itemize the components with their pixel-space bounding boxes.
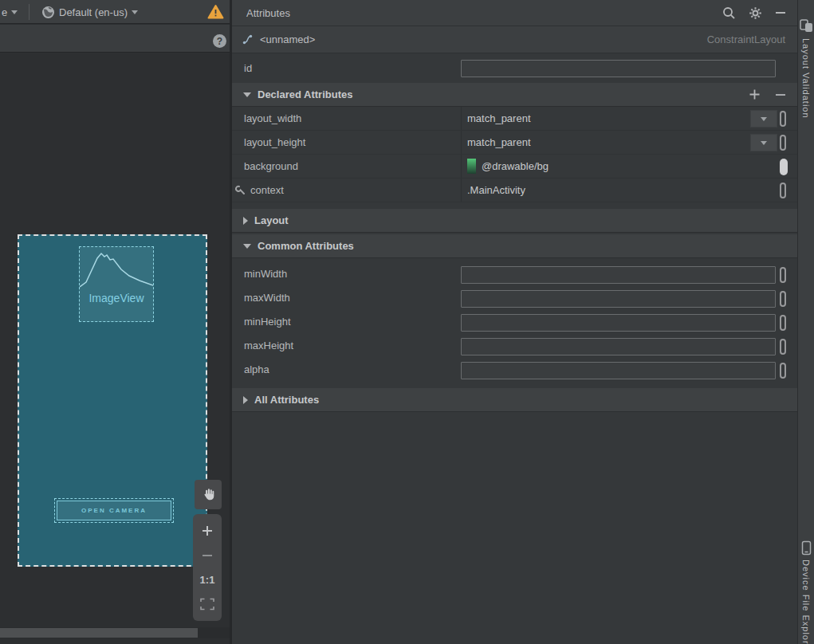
resource-picker-indicator[interactable] — [780, 159, 788, 175]
collapse-arrow-icon — [243, 92, 251, 97]
search-icon[interactable] — [722, 6, 736, 20]
attribute-name: alpha — [232, 363, 269, 375]
attribute-name: minWidth — [232, 268, 287, 280]
attribute-name: background — [232, 160, 298, 172]
component-type: ConstraintLayout — [707, 33, 785, 45]
id-attribute-row: id — [232, 53, 797, 83]
layout-section-title: Layout — [254, 214, 289, 226]
column-divider — [461, 179, 462, 202]
resource-picker-indicator[interactable] — [780, 339, 786, 355]
column-divider — [461, 155, 462, 178]
dropdown-button[interactable] — [750, 110, 777, 128]
attribute-value: @drawable/bg — [482, 160, 549, 172]
attribute-name: layout_width — [232, 112, 301, 124]
dropdown-button[interactable] — [750, 134, 777, 151]
pan-tool-button[interactable] — [195, 480, 222, 509]
column-divider — [461, 107, 462, 130]
imageview-widget[interactable]: ImageView — [79, 246, 154, 322]
attribute-row-layout-width[interactable]: layout_width match_parent — [232, 107, 797, 131]
attribute-row-maxwidth: maxWidth — [232, 287, 797, 311]
chevron-down-icon — [11, 10, 18, 14]
attribute-row-background[interactable]: background @drawable/bg — [232, 155, 797, 179]
remove-attribute-icon[interactable] — [775, 89, 786, 100]
chevron-down-icon — [761, 141, 767, 145]
locale-selector-label: Default (en-us) — [59, 6, 128, 18]
declared-attributes-header[interactable]: Declared Attributes — [232, 83, 797, 107]
resource-picker-indicator[interactable] — [780, 363, 786, 379]
device-preview[interactable]: ImageView OPEN CAMERA — [18, 234, 207, 567]
minheight-input[interactable] — [461, 314, 776, 332]
attributes-panel: Attributes — [232, 0, 797, 644]
device-selector-label: e — [2, 6, 7, 18]
horizontal-scrollbar[interactable] — [0, 627, 230, 638]
attribute-value-group[interactable]: @drawable/bg — [467, 159, 549, 174]
attribute-value[interactable]: match_parent — [467, 112, 531, 124]
selected-component-row[interactable]: <unnamed> ConstraintLayout — [232, 26, 797, 53]
all-attributes-header[interactable]: All Attributes — [232, 388, 797, 412]
resource-picker-indicator[interactable] — [780, 111, 786, 127]
expand-arrow-icon — [243, 396, 248, 404]
toolbar-divider — [29, 4, 29, 20]
attribute-row-context[interactable]: context .MainActivity — [232, 179, 797, 202]
open-camera-button[interactable]: OPEN CAMERA — [54, 498, 174, 523]
attribute-row-minheight: minHeight — [232, 311, 797, 335]
attribute-value[interactable]: .MainActivity — [467, 184, 525, 196]
hide-panel-icon[interactable] — [775, 7, 786, 18]
locale-selector-dropdown[interactable]: Default (en-us) — [41, 2, 138, 22]
attribute-name: layout_height — [232, 136, 305, 148]
zoom-in-icon[interactable] — [201, 524, 214, 537]
all-attributes-title: All Attributes — [254, 394, 319, 406]
attribute-value[interactable]: match_parent — [467, 136, 531, 148]
column-divider — [461, 131, 462, 154]
resource-picker-indicator[interactable] — [780, 291, 786, 307]
device-file-explorer-icon — [800, 540, 813, 556]
common-attributes-header[interactable]: Common Attributes — [232, 234, 797, 258]
hand-icon — [201, 487, 216, 502]
zoom-controls: 1:1 — [193, 514, 222, 621]
panel-title: Attributes — [246, 7, 290, 19]
add-attribute-icon[interactable] — [749, 88, 761, 100]
device-selector-dropdown[interactable]: e — [2, 4, 18, 20]
component-name: <unnamed> — [260, 33, 315, 45]
design-toolbar: e Default (en-us) — [0, 0, 230, 24]
gear-icon[interactable] — [749, 6, 762, 20]
mountain-placeholder-icon — [80, 247, 153, 293]
resource-picker-indicator[interactable] — [780, 267, 786, 283]
resource-picker-indicator[interactable] — [780, 315, 786, 331]
warning-icon[interactable] — [207, 4, 224, 20]
right-tool-strip: Layout Validation Device File Explorer — [797, 0, 814, 644]
id-input[interactable] — [461, 60, 776, 77]
resource-picker-indicator[interactable] — [780, 183, 786, 198]
tool-tab-layout-validation[interactable] — [800, 19, 813, 35]
id-label: id — [244, 62, 252, 74]
zoom-to-fit-icon[interactable] — [200, 598, 214, 611]
attribute-name-group: context — [232, 184, 284, 196]
minwidth-input[interactable] — [461, 266, 776, 284]
globe-icon — [41, 6, 55, 19]
device-file-explorer-label[interactable]: Device File Explorer — [801, 560, 811, 644]
attribute-row-maxheight: maxHeight — [232, 335, 797, 359]
layout-validation-icon — [800, 19, 813, 33]
chevron-down-icon — [132, 10, 138, 14]
common-attributes-table: minWidth maxWidth minHeight maxHeight al… — [232, 263, 797, 383]
declared-attributes-table: layout_width match_parent layout_height … — [232, 107, 797, 202]
zoom-out-icon[interactable] — [201, 549, 214, 562]
attribute-row-minwidth: minWidth — [232, 263, 797, 287]
declared-attributes-title: Declared Attributes — [258, 88, 352, 100]
attribute-row-layout-height[interactable]: layout_height match_parent — [232, 131, 797, 155]
alpha-input[interactable] — [461, 362, 776, 379]
maxwidth-input[interactable] — [461, 290, 776, 308]
resource-picker-indicator[interactable] — [780, 135, 786, 151]
constraintlayout-icon — [242, 33, 254, 45]
layout-section-header[interactable]: Layout — [232, 209, 797, 233]
horizontal-scrollbar-thumb[interactable] — [0, 628, 198, 638]
layout-validation-label[interactable]: Layout Validation — [801, 38, 811, 119]
attribute-name: minHeight — [232, 316, 291, 328]
attribute-row-alpha: alpha — [232, 359, 797, 383]
collapse-arrow-icon — [243, 244, 251, 249]
zoom-actual-size-button[interactable]: 1:1 — [200, 574, 215, 586]
help-icon[interactable]: ? — [213, 34, 226, 48]
tool-tab-device-file-explorer[interactable] — [800, 540, 813, 558]
maxheight-input[interactable] — [461, 338, 776, 355]
design-surface[interactable]: ImageView OPEN CAMERA 1:1 — [0, 53, 230, 644]
